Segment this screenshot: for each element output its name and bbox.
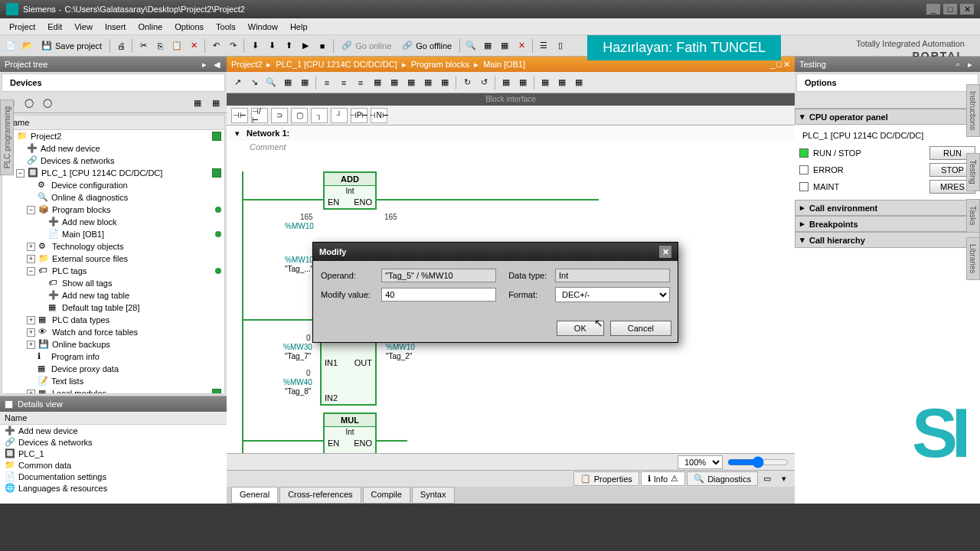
et-icon[interactable]: ▦ [420, 75, 436, 90]
properties-tab[interactable]: 📋 Properties [573, 471, 639, 486]
et-icon[interactable]: ▦ [280, 75, 296, 90]
refresh2-icon[interactable]: ◯ [40, 96, 55, 111]
project-tree[interactable]: Name −📁Project2 ➕Add new device 🔗Devices… [2, 115, 225, 394]
details-add-device[interactable]: ➕Add new device [0, 425, 227, 436]
vtab-libraries[interactable]: Libraries [966, 237, 980, 280]
delete-icon[interactable]: ✕ [186, 38, 201, 54]
ok-button[interactable]: OK [557, 321, 604, 336]
paste-icon[interactable]: 📋 [169, 38, 185, 54]
pin-icon[interactable]: ◀ [211, 59, 222, 70]
tree-toggle-icon[interactable]: + [27, 341, 35, 349]
lad-btn[interactable]: ⊣N⊢ [371, 108, 387, 123]
tree-plc-tags[interactable]: −🏷PLC tags [2, 265, 224, 277]
network-comment[interactable]: Comment [227, 141, 795, 153]
menu-online[interactable]: Online [132, 21, 168, 33]
collapse-icon[interactable]: ▸ [199, 59, 210, 70]
et-icon[interactable]: ≡ [353, 75, 368, 90]
go-online-button[interactable]: 🔗 Go online [337, 39, 396, 52]
inspector-close-icon[interactable]: ▾ [776, 471, 792, 487]
et-icon[interactable]: ≡ [336, 75, 351, 90]
tag-addr[interactable]: %MW10 [285, 222, 314, 230]
tag-name[interactable]: "Tag_2" [386, 352, 412, 360]
refresh-icon[interactable]: ◯ [21, 96, 37, 111]
details-plc1[interactable]: 🔲PLC_1 [0, 448, 227, 459]
tag-addr[interactable]: %MW10 [386, 343, 415, 351]
tree-add-tag-table[interactable]: ➕Add new tag table [2, 289, 224, 302]
details-doc-settings[interactable]: 📄Documentation settings [0, 471, 227, 482]
zoom-select[interactable]: 100% [678, 455, 723, 469]
tree-device-config[interactable]: ⚙Device configuration [2, 179, 224, 191]
mul-block[interactable]: MUL Int ENENO IN1OUT [323, 412, 377, 453]
close-button[interactable]: ✕ [960, 4, 974, 15]
tree-plc-datatypes[interactable]: +▦PLC data types [2, 314, 224, 326]
tree-watch-force[interactable]: +👁Watch and force tables [2, 326, 224, 338]
menu-view[interactable]: View [68, 21, 99, 33]
menu-insert[interactable]: Insert [99, 21, 132, 33]
tag-addr[interactable]: %MW10 [285, 256, 314, 264]
collapse-icon[interactable]: ▸ [965, 59, 975, 70]
bc-max-icon[interactable]: □ [776, 60, 782, 70]
lad-branch-icon[interactable]: ┐ [311, 108, 328, 123]
tb-icon-2[interactable]: ▦ [480, 38, 495, 54]
tree-project[interactable]: −📁Project2 [2, 130, 224, 142]
et-icon[interactable]: ↗ [230, 75, 245, 90]
tb-icon-6[interactable]: ▯ [553, 38, 568, 54]
et-icon[interactable]: ▦ [297, 75, 312, 90]
menu-help[interactable]: Help [284, 21, 314, 33]
lad-ncontact-icon[interactable]: ⊣/⊢ [251, 108, 268, 123]
et-icon[interactable]: ▦ [571, 75, 586, 90]
tree-program-info[interactable]: ℹProgram info [2, 350, 224, 363]
tree-add-block[interactable]: ➕Add new block [2, 216, 224, 228]
tag-name[interactable]: "Tag_7" [285, 352, 311, 360]
compile-tab[interactable]: Compile [363, 487, 410, 504]
cancel-button[interactable]: Cancel [610, 321, 671, 336]
collapse-all-icon[interactable]: ▦ [208, 96, 224, 111]
datatype-input[interactable] [555, 269, 670, 282]
tag-value[interactable]: 0 [306, 369, 311, 377]
et-icon[interactable]: ▦ [554, 75, 570, 90]
et-icon[interactable]: ↺ [476, 75, 492, 90]
bc-close-icon[interactable]: ✕ [783, 60, 790, 70]
devices-tab[interactable]: Devices [2, 73, 225, 92]
vtab-instructions[interactable]: Instructions [966, 84, 980, 137]
tree-toggle-icon[interactable]: + [27, 390, 35, 395]
tree-toggle-icon[interactable]: + [27, 255, 35, 263]
operand-input[interactable] [381, 269, 496, 282]
et-icon[interactable]: ▦ [498, 75, 514, 90]
zoom-slider[interactable] [727, 456, 789, 468]
tag-name[interactable]: "Tag_..." [285, 265, 313, 273]
details-devices-networks[interactable]: 🔗Devices & networks [0, 436, 227, 448]
tree-online-diag[interactable]: 🔍Online & diagnostics [2, 191, 224, 204]
tree-show-tags[interactable]: 🏷Show all tags [2, 277, 224, 289]
et-icon[interactable]: ▦ [437, 75, 452, 90]
tb-icon-1[interactable]: 🔍 [463, 38, 479, 54]
tag-name[interactable]: "Tag_8" [285, 387, 311, 396]
inspector-btn[interactable]: ▭ [760, 471, 775, 487]
redo-icon[interactable]: ↷ [225, 38, 240, 54]
et-icon[interactable]: ▦ [515, 75, 531, 90]
menu-tools[interactable]: Tools [210, 21, 242, 33]
add-block[interactable]: ADD Int ENENO [323, 171, 377, 210]
details-toggle-icon[interactable]: ▾ [5, 400, 13, 409]
lad-branch2-icon[interactable]: ┘ [331, 108, 348, 123]
diagnostics-tab[interactable]: 🔍 Diagnostics [687, 471, 758, 486]
call-env-header[interactable]: ▸Call environment [795, 200, 980, 216]
stop-icon[interactable]: ■ [315, 38, 330, 54]
lad-btn[interactable]: ⊣P⊢ [351, 108, 368, 123]
tree-local-modules[interactable]: +▦Local modules [2, 387, 224, 394]
tb-icon-3[interactable]: ▦ [497, 38, 512, 54]
tree-main-ob1[interactable]: 📄Main [OB1] [2, 228, 224, 240]
open-project-icon[interactable]: 📂 [20, 38, 35, 54]
breakpoints-header[interactable]: ▸Breakpoints [795, 216, 980, 232]
et-icon[interactable]: ≡ [319, 75, 335, 90]
tree-text-lists[interactable]: 📝Text lists [2, 375, 224, 387]
modify-value-input[interactable] [381, 288, 496, 302]
print-icon[interactable]: 🖨 [113, 38, 129, 54]
compile-icon[interactable]: ⬇ [247, 38, 263, 54]
menu-window[interactable]: Window [242, 21, 284, 33]
minimize-button[interactable]: _ [926, 4, 940, 15]
tree-toggle-icon[interactable]: − [16, 169, 24, 178]
block-interface-bar[interactable]: Block interface [227, 93, 795, 106]
upload-icon[interactable]: ⬆ [281, 38, 296, 54]
lad-coil-icon[interactable]: ⊃ [271, 108, 288, 123]
